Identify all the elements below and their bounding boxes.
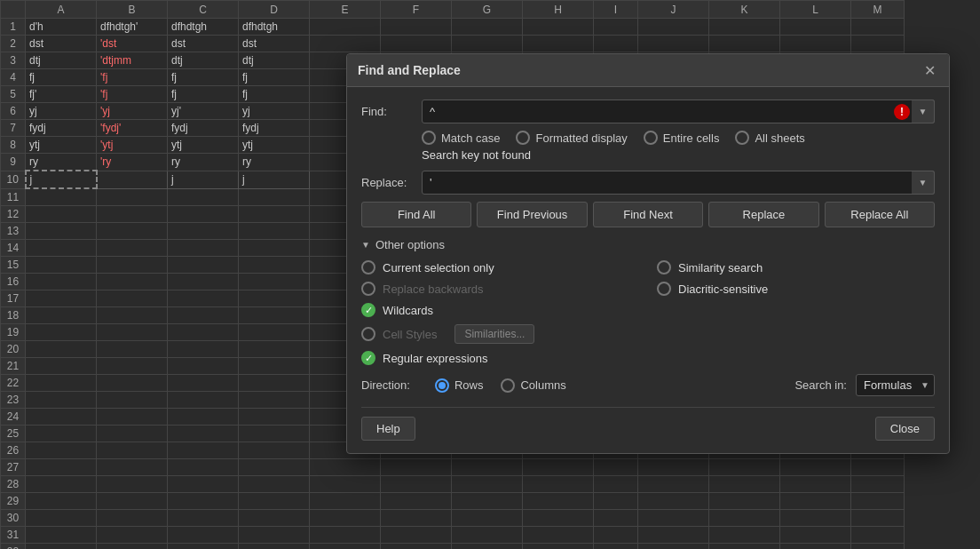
cell-B12[interactable] [97,205,168,222]
formatted-display-radio[interactable] [516,131,530,145]
cell-D12[interactable] [239,205,310,222]
col-header-i[interactable]: I [594,1,638,19]
cell-L32[interactable] [780,543,851,549]
cell-A28[interactable] [26,475,97,492]
cell-F32[interactable] [381,543,452,549]
cell-G1[interactable] [452,19,523,36]
find-dropdown-button[interactable]: ▼ [912,99,935,123]
cell-D26[interactable] [239,442,310,458]
cell-F2[interactable] [381,36,452,52]
col-header-k[interactable]: K [709,1,780,19]
find-next-button[interactable]: Find Next [593,202,703,227]
similarity-search-option[interactable]: Cell Styles Similarities... [361,324,639,344]
cell-A24[interactable] [26,408,97,425]
cell-C29[interactable] [168,492,239,509]
col-header-g[interactable]: G [452,1,523,19]
cell-B15[interactable] [97,256,168,273]
columns-option[interactable]: Columns [501,378,565,393]
cell-J27[interactable] [638,458,709,475]
col-header-f[interactable]: F [381,1,452,19]
cell-B24[interactable] [97,408,168,425]
cell-I30[interactable] [594,509,638,526]
cell-C2[interactable]: dst [168,36,239,52]
close-dialog-button[interactable]: Close [875,417,935,441]
cell-M32[interactable] [851,543,905,549]
cell-E2[interactable] [310,36,381,52]
cell-B18[interactable] [97,306,168,323]
cell-J31[interactable] [638,526,709,543]
col-header-a[interactable]: A [26,1,97,19]
entire-cells-option[interactable]: Entire cells [644,131,720,145]
cell-D4[interactable]: fj [239,69,310,86]
cell-D22[interactable] [239,374,310,391]
find-all-button[interactable]: Find All [361,202,471,227]
search-in-select[interactable]: Formulas Values Notes [856,374,935,396]
all-sheets-option[interactable]: All sheets [735,131,804,145]
cell-M30[interactable] [851,509,905,526]
cell-C15[interactable] [168,256,239,273]
cell-K30[interactable] [709,509,780,526]
cell-K31[interactable] [709,526,780,543]
cell-A14[interactable] [26,239,97,256]
cell-B14[interactable] [97,239,168,256]
cell-G28[interactable] [452,475,523,492]
cell-A27[interactable] [26,458,97,475]
col-header-b[interactable]: B [97,1,168,19]
cell-L31[interactable] [780,526,851,543]
cell-C12[interactable] [168,205,239,222]
columns-radio[interactable] [501,378,515,393]
cell-D23[interactable] [239,391,310,408]
cell-L29[interactable] [780,492,851,509]
cell-G27[interactable] [452,458,523,475]
replace-dropdown-button[interactable]: ▼ [912,171,935,195]
cell-G31[interactable] [452,526,523,543]
cell-F1[interactable] [381,19,452,36]
cell-A12[interactable] [26,205,97,222]
cell-C22[interactable] [168,374,239,391]
cell-D7[interactable]: fydj [239,120,310,137]
cell-H2[interactable] [523,36,594,52]
cell-H29[interactable] [523,492,594,509]
cell-A21[interactable] [26,357,97,374]
cell-C8[interactable]: ytj [168,137,239,154]
cell-D19[interactable] [239,323,310,340]
cell-A31[interactable] [26,526,97,543]
cell-D11[interactable] [239,188,310,205]
cell-A30[interactable] [26,509,97,526]
cell-E31[interactable] [310,526,381,543]
cell-I27[interactable] [594,458,638,475]
cell-B7[interactable]: 'fydj' [97,120,168,137]
cell-E1[interactable] [310,19,381,36]
similarities-button[interactable]: Similarities... [454,324,534,344]
cell-F29[interactable] [381,492,452,509]
cell-L1[interactable] [780,19,851,36]
col-header-d[interactable]: D [239,1,310,19]
cell-M28[interactable] [851,475,905,492]
wildcards-option[interactable]: Replace backwards [361,282,639,296]
find-previous-button[interactable]: Find Previous [477,202,587,227]
cell-F28[interactable] [381,475,452,492]
help-button[interactable]: Help [361,417,415,441]
cell-A26[interactable] [26,442,97,458]
cell-J32[interactable] [638,543,709,549]
cell-D5[interactable]: fj [239,86,310,103]
cell-E30[interactable] [310,509,381,526]
cell-C5[interactable]: fj [168,86,239,103]
cell-A17[interactable] [26,290,97,306]
cell-D24[interactable] [239,408,310,425]
cell-M27[interactable] [851,458,905,475]
cell-D6[interactable]: yj [239,103,310,120]
cell-B31[interactable] [97,526,168,543]
replace-button[interactable]: Replace [708,202,818,227]
cell-C7[interactable]: fydj [168,120,239,137]
cell-C3[interactable]: dtj [168,52,239,69]
cell-A20[interactable] [26,340,97,357]
cell-G32[interactable] [452,543,523,549]
cell-C19[interactable] [168,323,239,340]
cell-C9[interactable]: ry [168,154,239,171]
cell-C18[interactable] [168,306,239,323]
replace-all-button[interactable]: Replace All [825,202,935,227]
cell-D27[interactable] [239,458,310,475]
cell-K32[interactable] [709,543,780,549]
cell-G29[interactable] [452,492,523,509]
